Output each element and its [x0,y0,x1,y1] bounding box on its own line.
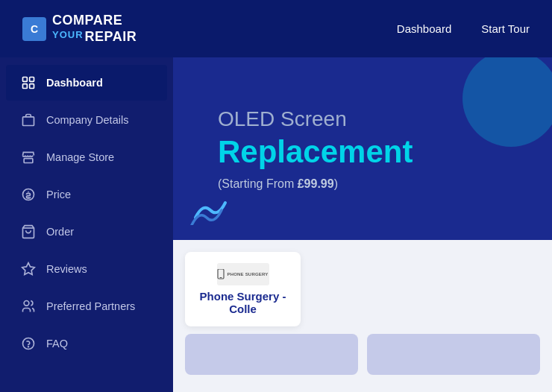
sidebar-label-price: Price [46,189,71,200]
bottom-card-1 [185,334,358,375]
phone-icon [217,269,225,279]
deco-circle [462,57,552,147]
sidebar-item-company-details[interactable]: Company Details [6,102,167,138]
order-icon [21,224,36,239]
svg-marker-9 [22,263,35,275]
sidebar-item-dashboard[interactable]: Dashboard [6,65,167,101]
main-layout: Dashboard Company Details Manage Store P… [0,57,552,392]
store-logo-text: PHONE SURGERY [227,272,268,276]
store-icon [21,150,36,165]
svg-rect-0 [23,78,28,82]
banner-price-close: ) [334,177,338,190]
store-card-name: Phone Surgery - Colle [185,290,301,315]
faq-icon [21,336,36,351]
logo-icon: C [22,17,46,41]
banner-subtitle: OLED Screen [218,107,413,131]
header: C COMPARE YOUR REPAIR Dashboard Start To… [0,0,552,57]
logo-line1: COMPARE [52,13,137,29]
sidebar-item-price[interactable]: Price [6,177,167,212]
reviews-icon [21,262,36,276]
svg-point-10 [24,301,29,306]
sidebar-item-manage-store[interactable]: Manage Store [6,139,167,175]
price-icon [21,187,36,202]
banner-price-value: £99.99 [298,177,334,190]
banner: OLED Screen Replacement (Starting From £… [173,57,552,240]
sidebar-label-faq: FAQ [46,338,68,350]
store-card-logo: PHONE SURGERY [217,263,269,285]
sidebar-item-order[interactable]: Order [6,214,167,250]
sidebar-label-dashboard: Dashboard [46,77,103,89]
nav-dashboard[interactable]: Dashboard [397,22,451,35]
svg-rect-14 [220,277,222,278]
svg-rect-4 [23,117,34,126]
sidebar-label-reviews: Reviews [46,263,87,275]
main-content: OLED Screen Replacement (Starting From £… [173,57,552,392]
svg-rect-6 [24,159,33,163]
sidebar-label-company: Company Details [46,114,128,126]
logo-line2: YOUR [52,29,84,45]
logo-line3: REPAIR [85,29,137,45]
sidebar-label-partners: Preferred Partners [46,300,135,312]
banner-price: (Starting From £99.99) [218,177,413,191]
sidebar-label-order: Order [46,226,74,238]
svg-rect-2 [23,84,28,89]
svg-point-12 [28,347,29,347]
banner-text-container: OLED Screen Replacement (Starting From £… [218,107,413,191]
card-row: PHONE SURGERY Phone Surgery - Colle [173,240,552,326]
sidebar-item-preferred-partners[interactable]: Preferred Partners [6,288,167,324]
header-nav: Dashboard Start Tour [397,22,530,35]
bottom-row [173,326,552,375]
banner-price-text: (Starting From [218,177,298,190]
store-card[interactable]: PHONE SURGERY Phone Surgery - Colle [185,252,301,326]
sidebar: Dashboard Company Details Manage Store P… [0,57,173,392]
sidebar-label-manage-store: Manage Store [46,151,114,163]
nav-start-tour[interactable]: Start Tour [481,22,530,35]
company-icon [21,113,36,127]
bottom-card-2 [367,334,540,375]
logo: C COMPARE YOUR REPAIR [22,13,137,45]
svg-rect-3 [30,84,34,89]
sidebar-item-reviews[interactable]: Reviews [6,251,167,287]
banner-title: Replacement [218,134,413,170]
dashboard-icon [21,75,36,90]
sidebar-item-faq[interactable]: FAQ [6,326,167,361]
partners-icon [21,299,36,314]
svg-rect-1 [30,78,34,82]
